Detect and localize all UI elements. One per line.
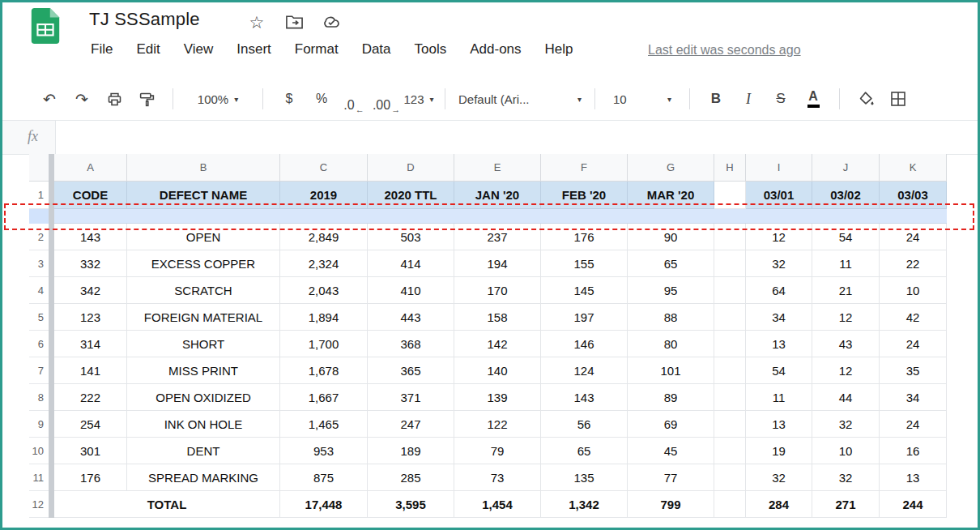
cell-E9[interactable]: 122 [454,411,541,438]
cell-H2[interactable] [714,224,746,250]
cell-F7[interactable]: 124 [541,357,628,384]
cell-E8[interactable]: 139 [454,384,541,411]
row-header-3[interactable]: 3 [29,250,49,277]
cell-K10[interactable]: 16 [880,438,947,464]
cell-I8[interactable]: 11 [746,384,812,411]
font-family-select[interactable]: Default (Ari...▾ [455,92,585,106]
cell-A10[interactable]: 301 [54,438,127,464]
column-header-A[interactable]: A [54,154,127,182]
cell-D7[interactable]: 365 [368,357,454,384]
cell-D12[interactable]: 3,595 [368,491,454,518]
redo-button[interactable]: ↷ [66,85,98,113]
decrease-decimal-button[interactable]: .0← [338,85,370,113]
cell-F3[interactable]: 155 [541,250,628,277]
cell-G6[interactable]: 80 [628,331,714,357]
bold-button[interactable]: B [700,85,732,113]
cell-H10[interactable] [714,438,746,464]
cell-C8[interactable]: 1,667 [280,384,368,411]
cell-B11[interactable]: SPREAD MARKING [127,464,280,491]
cell-H12[interactable] [714,491,746,518]
cell-K9[interactable]: 24 [880,411,947,438]
cell-I11[interactable]: 32 [746,464,812,491]
cell-J4[interactable]: 21 [812,277,880,304]
cell-E12[interactable]: 1,454 [454,491,541,518]
cell-K5[interactable]: 42 [880,304,947,331]
italic-button[interactable]: I [732,85,765,113]
zoom-select[interactable]: 100%▾ [183,92,253,106]
cell-A4[interactable]: 342 [54,277,127,304]
cell-K4[interactable]: 10 [880,277,947,304]
cell-B4[interactable]: SCRATCH [127,277,280,304]
number-format-menu[interactable]: 123▾ [403,85,435,113]
cell-H6[interactable] [714,331,746,357]
cell-C3[interactable]: 2,324 [280,250,368,277]
cell-J1[interactable]: 03/02 [812,182,880,209]
format-percent-button[interactable]: % [305,85,338,113]
cell-G3[interactable]: 65 [628,250,714,277]
cell-G11[interactable]: 77 [628,464,714,491]
cell-I6[interactable]: 13 [746,331,812,357]
cell-F9[interactable]: 56 [541,411,628,438]
menu-item-insert[interactable]: Insert [236,41,271,58]
cell-F6[interactable]: 146 [541,331,628,357]
paint-format-button[interactable] [130,85,163,113]
cell-D9[interactable]: 247 [368,411,454,438]
cell-B3[interactable]: EXCESS COPPER [127,250,280,277]
cell-J9[interactable]: 32 [812,411,880,438]
cell-F10[interactable]: 65 [541,438,628,464]
cell-D10[interactable]: 189 [368,438,454,464]
cell-D2[interactable]: 503 [368,224,454,250]
row-header-11[interactable]: 11 [29,464,49,491]
move-to-folder-icon[interactable] [284,12,304,32]
cell-A12[interactable]: TOTAL [54,491,280,518]
cell-K11[interactable]: 13 [880,464,947,491]
cell-H7[interactable] [714,357,746,384]
cell-A2[interactable]: 143 [54,224,127,250]
cell-A3[interactable]: 332 [54,250,127,277]
cell-E6[interactable]: 142 [454,331,541,357]
menu-item-format[interactable]: Format [295,41,339,58]
cell-G2[interactable]: 90 [628,224,714,250]
row-header-12[interactable]: 12 [29,491,49,518]
cell-H11[interactable] [714,464,746,491]
cell-F2[interactable]: 176 [541,224,628,250]
menu-item-add-ons[interactable]: Add-ons [470,41,521,58]
font-size-select[interactable]: 10▾ [605,92,680,106]
column-header-H[interactable]: H [714,154,746,182]
cell-E10[interactable]: 79 [454,438,541,464]
cell-C5[interactable]: 1,894 [280,304,368,331]
cell-A9[interactable]: 254 [54,411,127,438]
cell-J7[interactable]: 12 [812,357,880,384]
menu-item-file[interactable]: File [91,41,113,58]
cell-G1[interactable]: MAR '20 [628,182,714,209]
row-header-8[interactable]: 8 [29,384,49,411]
cell-G5[interactable]: 88 [628,304,714,331]
row-header-5[interactable]: 5 [29,304,49,331]
cell-B5[interactable]: FOREIGN MATERIAL [127,304,280,331]
row-header-4[interactable]: 4 [29,277,49,304]
column-header-K[interactable]: K [880,154,947,182]
cell-E5[interactable]: 158 [454,304,541,331]
cell-B6[interactable]: SHORT [127,331,280,357]
cell-B7[interactable]: MISS PRINT [127,357,280,384]
cell-I5[interactable]: 34 [746,304,812,331]
row-header-1[interactable]: 1 [29,182,49,209]
cell-C1[interactable]: 2019 [280,182,368,209]
increase-decimal-button[interactable]: .00→ [370,85,403,113]
column-header-G[interactable]: G [628,154,714,182]
formula-bar[interactable]: fx [2,120,978,155]
cell-J3[interactable]: 11 [812,250,880,277]
cell-G9[interactable]: 69 [628,411,714,438]
cell-C12[interactable]: 17,448 [280,491,368,518]
cell-D3[interactable]: 414 [368,250,454,277]
cell-A7[interactable]: 141 [54,357,127,384]
cell-K3[interactable]: 22 [880,250,947,277]
cell-K8[interactable]: 34 [880,384,947,411]
cell-D6[interactable]: 368 [368,331,454,357]
cell-F12[interactable]: 1,342 [541,491,628,518]
undo-button[interactable]: ↶ [33,85,66,113]
fill-color-button[interactable] [850,85,882,113]
print-button[interactable] [98,85,130,113]
column-header-I[interactable]: I [746,154,812,182]
hidden-rows-strip-body[interactable] [54,209,947,224]
